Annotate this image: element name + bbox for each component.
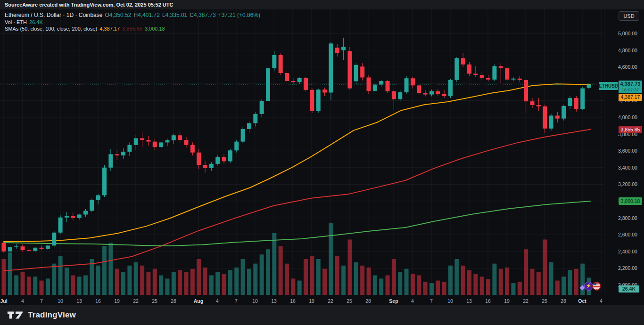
candle-body — [159, 142, 163, 147]
candle-body — [367, 77, 371, 90]
volume-bar — [379, 278, 383, 295]
volume-bar — [537, 272, 541, 295]
symbol-title[interactable]: Ethereum / U.S. Dollar · 1D · Coinbase — [5, 12, 102, 18]
time-tick-label: 19 — [305, 298, 319, 304]
candle-body — [505, 68, 509, 80]
time-tick-month: Oct — [575, 298, 589, 304]
candle-body — [347, 51, 352, 88]
candle-body — [146, 140, 150, 142]
time-tick-label: 13 — [462, 298, 476, 304]
candle-body — [77, 214, 82, 218]
volume-bar — [266, 249, 270, 295]
volume-bar — [454, 259, 459, 295]
candle-body — [215, 157, 220, 164]
volume-bar — [398, 272, 402, 295]
candle-body — [322, 89, 327, 92]
volume-bar — [386, 276, 390, 295]
volume-bar — [121, 272, 125, 295]
time-tick-label: 4 — [16, 298, 30, 304]
candle-body — [392, 91, 396, 99]
symbol-price-pill: ETHUSD — [599, 82, 618, 90]
time-tick-label: 22 — [519, 298, 533, 304]
currency-toggle-button[interactable]: USD — [619, 11, 639, 21]
volume-bar — [448, 266, 453, 295]
volume-pane — [2, 223, 591, 295]
candle-body — [134, 138, 138, 145]
candle-body — [2, 243, 6, 252]
us-flag-graphic — [593, 283, 600, 290]
candle-body — [310, 90, 314, 111]
time-tick-month: Jul — [0, 298, 11, 304]
price-axis[interactable]: 5,000.004,800.004,600.004,200.004,000.00… — [604, 9, 644, 296]
time-tick-label: 25 — [537, 298, 552, 304]
time-tick-label: 19 — [110, 298, 124, 304]
volume-bar — [8, 252, 12, 295]
candle-body — [178, 135, 182, 140]
us-flag-event-icon[interactable] — [592, 282, 601, 291]
volume-bar — [285, 264, 289, 295]
volume-bar — [134, 262, 138, 295]
sma-study-label[interactable]: SMAs (50, close, 100, close, 200, close) — [5, 26, 97, 32]
sma50-value: 4,387.17 — [99, 26, 120, 32]
candle-body — [241, 129, 245, 142]
candle-body — [492, 66, 496, 79]
volume-study-label[interactable]: Vol · ETH — [5, 19, 27, 25]
volume-bar — [568, 270, 572, 295]
candle-body — [549, 115, 553, 128]
candle-body — [260, 101, 264, 114]
chart-canvas[interactable] — [0, 9, 644, 296]
bar-countdown: 18:07:37 — [619, 87, 642, 92]
candle-body — [448, 80, 453, 96]
time-tick-month: Sep — [387, 298, 401, 304]
candle-body — [65, 216, 69, 218]
candle-body — [247, 123, 251, 129]
time-tick-label: 13 — [72, 298, 86, 304]
candle-body — [574, 98, 578, 109]
volume-bar — [423, 282, 428, 295]
watermark-bar: SourceAware created with TradingView.com… — [0, 0, 644, 9]
volume-bar — [473, 274, 478, 295]
candle-body — [373, 85, 377, 91]
time-axis[interactable]: Jul4710131619222528Aug4710131619222528Se… — [0, 296, 644, 305]
volume-bar — [360, 266, 364, 295]
candle-body — [291, 81, 295, 82]
candle-body — [461, 58, 465, 65]
volume-bar — [561, 276, 566, 295]
time-tick-label: 10 — [443, 298, 457, 304]
candle-body — [335, 48, 339, 53]
volume-bar — [524, 249, 528, 295]
time-tick-label: 16 — [481, 298, 495, 304]
time-tick-label: 7 — [34, 298, 49, 304]
last-price-label: 4,387.73 18:07:37 — [619, 81, 642, 93]
candle-body — [379, 81, 383, 85]
event-markers: ⚡ — [579, 281, 603, 292]
candle-body — [398, 92, 402, 99]
time-tick-label: 25 — [342, 298, 356, 304]
volume-bar — [518, 282, 522, 295]
candle-body — [96, 195, 100, 200]
candle-body — [561, 106, 566, 119]
volume-bar — [27, 276, 31, 295]
volume-bar — [480, 276, 484, 295]
price-tick-label: 4,800.00 — [618, 48, 637, 53]
candle-body — [511, 79, 515, 80]
candle-wick — [475, 66, 476, 77]
candle-body — [121, 152, 125, 155]
volume-bar — [40, 281, 44, 295]
close-value: 4,387.73 — [194, 12, 216, 18]
candle-body — [580, 89, 585, 109]
sma100-price-label: 3,855.65 — [619, 126, 642, 133]
candle-body — [524, 80, 528, 101]
candle-body — [253, 114, 257, 123]
volume-bar — [347, 240, 352, 295]
volume-bar — [310, 256, 314, 295]
tradingview-logo[interactable]: TradingView — [7, 310, 76, 320]
volume-bar — [322, 269, 327, 295]
candle-body — [71, 216, 75, 218]
high-value: 4,401.72 — [138, 12, 160, 18]
candle-body — [234, 142, 239, 151]
low-key: L — [162, 12, 165, 18]
close-key: C — [190, 12, 194, 18]
candle-body — [429, 91, 434, 95]
candle-body — [499, 66, 503, 68]
